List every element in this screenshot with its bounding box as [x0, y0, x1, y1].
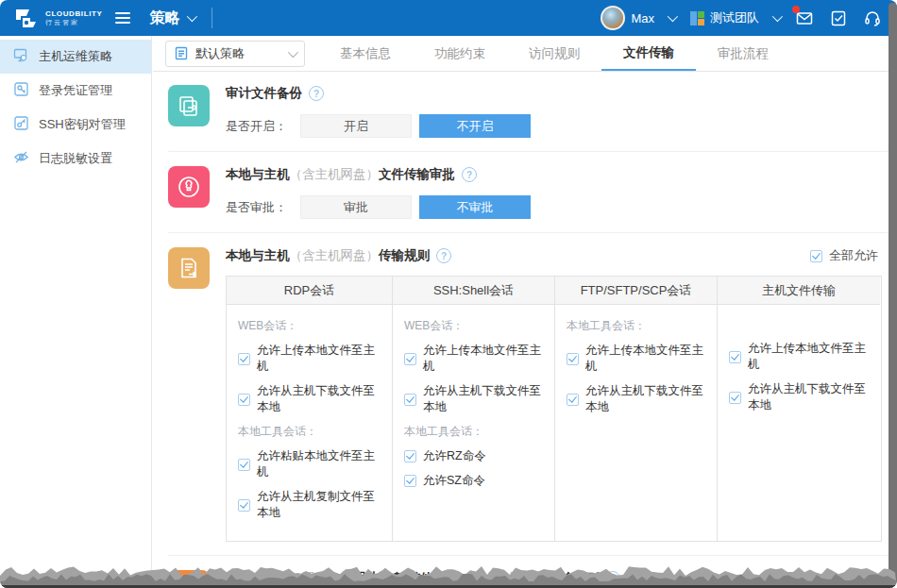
rule-checkbox[interactable]: 允许粘贴本地文件至主机	[238, 448, 381, 480]
help-icon[interactable]	[605, 571, 620, 586]
checkbox-box	[404, 475, 416, 487]
option-button[interactable]: 不审批	[419, 195, 531, 219]
rule-checkbox-label: 允许上传本地文件至主机	[585, 343, 705, 375]
rule-checkbox[interactable]: 允许SZ命令	[404, 473, 543, 489]
section-title-part: 传输规则	[548, 570, 599, 587]
approval-stamp-icon	[168, 166, 210, 208]
checkbox-box	[729, 392, 741, 404]
section-title-part: 与团队网盘/其他主机	[341, 570, 459, 587]
checkbox-box	[729, 351, 741, 363]
chevron-down-icon	[772, 11, 783, 22]
sidebar-item-1[interactable]: 主机运维策略	[0, 40, 151, 74]
session-group-label: 本地工具会话：	[567, 318, 705, 334]
rule-checkbox-label: 允许从主机复制文件至本地	[257, 489, 381, 521]
tab-4[interactable]: 文件传输	[601, 36, 696, 71]
section-title-part: （含主机网盘）	[290, 247, 380, 264]
section-title-part: 本地与主机	[226, 166, 290, 183]
rule-checkbox[interactable]: 允许RZ命令	[404, 448, 543, 464]
session-group-label: 本地工具会话：	[238, 424, 381, 440]
option-button[interactable]: 不开启	[419, 114, 531, 138]
host-policy-icon	[13, 47, 29, 66]
tab-5[interactable]: 审批流程	[696, 36, 790, 71]
checkbox-box	[238, 394, 250, 406]
help-icon[interactable]	[309, 86, 324, 101]
section-host-team-rules: 主机（含主机网盘）与团队网盘/其他主机（含主机网盘）传输规则 传输规则： 允许从…	[168, 556, 897, 588]
rule-checkbox-label: 允许上传本地文件至主机	[257, 343, 381, 375]
avatar	[601, 6, 625, 30]
chevron-down-icon	[668, 11, 678, 22]
rule-checkbox-label: 允许从主机下载文件至本地	[585, 383, 705, 415]
session-group-label: WEB会话：	[404, 318, 543, 334]
sidebar-item-label: SSH密钥对管理	[39, 116, 126, 133]
section-title-part: （含主机网盘）	[459, 570, 549, 587]
checkbox-box	[567, 353, 579, 365]
policy-selector-value: 默认策略	[195, 45, 245, 62]
help-icon[interactable]	[462, 167, 477, 182]
transfer-rules-icon	[168, 247, 210, 289]
checkbox-box	[404, 353, 416, 365]
support-icon[interactable]	[863, 8, 882, 27]
rule-checkbox-label: 允许从主机下载文件至本地	[423, 383, 543, 415]
session-group-label: WEB会话：	[238, 318, 381, 334]
menu-icon[interactable]	[115, 12, 130, 24]
page-title: 策略	[149, 8, 179, 28]
transfer-rules-table: RDP会话SSH:Shell会话FTP/SFTP/SCP会话主机文件传输WEB会…	[226, 276, 882, 542]
unread-badge	[792, 6, 800, 13]
file-transfer-panel: 审计文件备份 是否开启： 开启不开启 本地与主机（含主机网盘）文件传输审批	[153, 71, 897, 588]
brand-logo: CLOUDBILITY 行云管家	[15, 8, 102, 28]
table-column-cell: 本地工具会话：允许上传本地文件至主机允许从主机下载文件至本地	[555, 305, 718, 541]
ssh-key-icon	[13, 115, 29, 134]
rule-checkbox[interactable]: 允许上传本地文件至主机	[729, 341, 869, 373]
rule-checkbox[interactable]: 允许上传本地文件至主机	[404, 343, 543, 375]
rule-checkbox[interactable]: 允许从主机复制文件至本地	[238, 489, 381, 521]
app-title-dropdown[interactable]: 策略	[149, 8, 195, 28]
team-logo-icon	[690, 11, 704, 25]
user-menu[interactable]: Max	[601, 6, 675, 30]
help-icon[interactable]	[436, 248, 451, 263]
checkbox-box	[404, 394, 416, 406]
messages-icon[interactable]	[795, 8, 814, 27]
tab-2[interactable]: 功能约束	[413, 36, 507, 71]
tabs: 基本信息功能约束访问规则文件传输审批流程	[318, 36, 790, 71]
rule-checkbox[interactable]: 允许从主机下载文件至本地	[729, 381, 869, 413]
session-group-label: 本地工具会话：	[404, 424, 543, 440]
rule-checkbox-label: 允许上传本地文件至主机	[423, 343, 543, 375]
checkbox-box	[238, 353, 250, 365]
table-column-header: RDP会话	[227, 277, 393, 305]
rule-checkbox[interactable]: 允许上传本地文件至主机	[238, 343, 381, 375]
brand-subname: 行云管家	[45, 19, 102, 25]
rule-checkbox-label: 允许粘贴本地文件至主机	[257, 448, 381, 480]
rule-checkbox[interactable]: 允许上传本地文件至主机	[567, 343, 705, 375]
section-transfer-approval: 本地与主机（含主机网盘）文件传输审批 是否审批： 审批不审批	[168, 152, 897, 233]
policy-selector[interactable]: 默认策略	[165, 41, 305, 67]
rule-checkbox[interactable]: 允许从主机下载文件至本地	[238, 383, 381, 415]
tab-1[interactable]: 基本信息	[318, 36, 413, 71]
sidebar-item-2[interactable]: 登录凭证管理	[0, 74, 151, 108]
log-mask-icon	[13, 149, 29, 168]
sidebar-item-label: 日志脱敏设置	[39, 150, 112, 167]
checkbox-box	[238, 499, 250, 512]
option-button[interactable]: 审批	[300, 195, 412, 219]
tasks-icon[interactable]	[829, 8, 848, 27]
team-switcher[interactable]: 测试团队	[690, 9, 780, 26]
sidebar-item-3[interactable]: SSH密钥对管理	[0, 108, 151, 142]
sidebar: 主机运维策略登录凭证管理SSH密钥对管理日志脱敏设置	[0, 36, 152, 588]
rule-checkbox[interactable]: 允许从主机下载文件至本地	[404, 383, 543, 415]
allow-all-checkbox[interactable]: 全部允许	[810, 247, 878, 264]
section-title-part: 传输规则	[379, 247, 430, 264]
rule-checkbox-label: 允许从主机下载文件至本地	[748, 381, 869, 413]
credential-icon	[13, 81, 29, 100]
toggle-label: 是否审批：	[226, 199, 287, 216]
chevron-down-icon	[187, 11, 197, 22]
section-title-part: 文件传输审批	[379, 166, 455, 183]
sidebar-item-label: 主机运维策略	[39, 48, 112, 65]
scrollbar[interactable]	[889, 3, 897, 582]
section-title-part: （含主机网盘）	[251, 570, 341, 587]
sidebar-item-4[interactable]: 日志脱敏设置	[0, 142, 151, 176]
table-column-cell: 允许上传本地文件至主机允许从主机下载文件至本地	[718, 305, 880, 541]
rule-checkbox[interactable]: 允许从主机下载文件至本地	[567, 383, 705, 415]
top-navbar: CLOUDBILITY 行云管家 策略 Max 测试团队	[0, 0, 897, 36]
tab-3[interactable]: 访问规则	[507, 36, 601, 71]
main-panel: 默认策略 基本信息功能约束访问规则文件传输审批流程 审计文件备份 是否开启：	[153, 36, 897, 588]
option-button[interactable]: 开启	[300, 114, 412, 138]
